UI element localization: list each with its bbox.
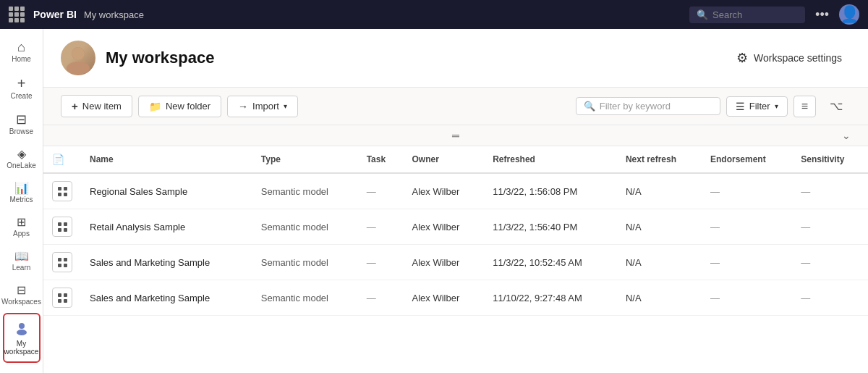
create-icon: + (17, 76, 26, 91)
sidebar-label-learn: Learn (12, 264, 31, 272)
more-options-button[interactable]: ••• (811, 7, 833, 22)
table-row[interactable]: Sales and Marketing Sample Semantic mode… (43, 280, 868, 316)
row-name: Sales and Marketing Sample (81, 245, 252, 280)
row-owner: Alex Wilber (403, 245, 484, 280)
table-row[interactable]: Regional Sales Sample Semantic model — A… (43, 173, 868, 209)
sidebar-label-myworkspace: My workspace (4, 340, 39, 356)
table-row[interactable]: Retail Analysis Sample Semantic model — … (43, 209, 868, 245)
share-icon: ⌥ (830, 99, 843, 113)
sidebar-item-learn[interactable]: 📖 Learn (3, 245, 41, 277)
sidebar-item-browse[interactable]: ⊟ Browse (3, 107, 41, 141)
sidebar-item-workspaces[interactable]: ⊟ Workspaces (3, 279, 41, 311)
col-header-sensitivity[interactable]: Sensitivity (792, 146, 868, 173)
row-refreshed: 11/3/22, 1:56:40 PM (484, 209, 617, 245)
row-item-icon (52, 181, 72, 201)
row-next-refresh: N/A (617, 245, 702, 280)
row-icon-cell (43, 280, 81, 316)
row-type: Semantic model (252, 280, 358, 316)
filter-search-box[interactable]: 🔍 (576, 97, 720, 115)
row-type: Semantic model (252, 173, 358, 209)
table-header-row: 📄 Name Type Task Owner Refreshed Next re… (43, 146, 868, 173)
list-view-button[interactable]: ≡ (793, 96, 816, 117)
sidebar-item-apps[interactable]: ⊞ Apps (3, 211, 41, 243)
row-owner: Alex Wilber (403, 209, 484, 245)
learn-icon: 📖 (14, 251, 29, 262)
search-input[interactable] (712, 9, 798, 20)
apps-grid-icon[interactable] (9, 7, 25, 22)
sidebar-item-home[interactable]: ⌂ Home (3, 35, 41, 69)
row-type: Semantic model (252, 209, 358, 245)
filter-keyword-input[interactable] (600, 101, 712, 112)
sidebar-item-metrics[interactable]: 📊 Metrics (3, 177, 41, 209)
collapse-bar[interactable]: ═ ⌄ (43, 125, 868, 146)
svg-point-4 (72, 47, 85, 60)
col-header-refreshed[interactable]: Refreshed (484, 146, 617, 173)
table-body: Regional Sales Sample Semantic model — A… (43, 173, 868, 316)
user-avatar[interactable]: 👤 (839, 4, 859, 25)
new-item-button[interactable]: + New item (61, 95, 132, 117)
workspace-nav-label: My workspace (84, 9, 144, 20)
top-nav: Power BI My workspace 🔍 ••• 👤 (0, 0, 868, 29)
col-header-name[interactable]: Name (81, 146, 252, 173)
sidebar-item-myworkspace[interactable]: My workspace (3, 313, 41, 363)
import-chevron-icon: ▾ (284, 102, 287, 110)
home-icon: ⌂ (17, 41, 25, 54)
row-item-icon (52, 217, 72, 237)
row-endorsement: — (702, 245, 792, 280)
toolbar: + New item 📁 New folder → Import ▾ 🔍 ☰ F… (43, 88, 868, 125)
row-refreshed: 11/3/22, 10:52:45 AM (484, 245, 617, 280)
col-header-next-refresh[interactable]: Next refresh (617, 146, 702, 173)
workspaces-icon: ⊟ (17, 285, 26, 296)
row-task: — (358, 245, 404, 280)
row-sensitivity: — (792, 245, 868, 280)
sidebar-label-metrics: Metrics (9, 196, 33, 204)
row-next-refresh: N/A (617, 209, 702, 245)
row-owner: Alex Wilber (403, 280, 484, 316)
row-item-icon (52, 252, 72, 272)
sidebar: ⌂ Home + Create ⊟ Browse ◈ OneLake 📊 Met… (0, 29, 43, 373)
browse-icon: ⊟ (16, 113, 27, 126)
sidebar-label-create: Create (10, 92, 32, 100)
row-owner: Alex Wilber (403, 173, 484, 209)
row-sensitivity: — (792, 209, 868, 245)
items-table: 📄 Name Type Task Owner Refreshed Next re… (43, 146, 868, 316)
row-endorsement: — (702, 280, 792, 316)
svg-point-0 (19, 323, 25, 329)
svg-point-1 (17, 330, 27, 335)
row-sensitivity: — (792, 173, 868, 209)
row-endorsement: — (702, 209, 792, 245)
brand-label: Power BI (33, 9, 77, 20)
new-folder-label: New folder (166, 101, 210, 112)
folder-icon: 📁 (149, 101, 161, 112)
filter-button[interactable]: ☰ Filter ▾ (726, 96, 788, 117)
row-endorsement: — (702, 173, 792, 209)
import-arrow-icon: → (238, 101, 248, 112)
col-header-endorsement[interactable]: Endorsement (702, 146, 792, 173)
new-item-label: New item (82, 101, 122, 112)
global-search[interactable]: 🔍 (689, 7, 805, 23)
sidebar-item-create[interactable]: + Create (3, 70, 41, 106)
new-folder-button[interactable]: 📁 New folder (138, 96, 221, 117)
workspace-settings-button[interactable]: ⚙ Workspace settings (728, 46, 851, 70)
row-name: Sales and Marketing Sample (81, 280, 252, 316)
svg-point-3 (67, 62, 90, 75)
row-type: Semantic model (252, 245, 358, 280)
row-name: Regional Sales Sample (81, 173, 252, 209)
workspace-title: My workspace (106, 49, 214, 67)
sidebar-label-apps: Apps (13, 230, 30, 238)
myworkspace-icon (14, 320, 30, 338)
sidebar-item-onelake[interactable]: ◈ OneLake (3, 143, 41, 175)
drag-handle-icon: ═ (452, 130, 459, 141)
share-view-button[interactable]: ⌥ (822, 95, 851, 117)
filter-chevron-icon: ▾ (775, 102, 778, 110)
col-header-owner[interactable]: Owner (403, 146, 484, 173)
col-header-type[interactable]: Type (252, 146, 358, 173)
sidebar-label-browse: Browse (9, 127, 33, 135)
col-header-task[interactable]: Task (358, 146, 404, 173)
settings-gear-icon: ⚙ (736, 50, 748, 66)
import-label: Import (252, 101, 279, 112)
table-row[interactable]: Sales and Marketing Sample Semantic mode… (43, 245, 868, 280)
import-button[interactable]: → Import ▾ (227, 96, 298, 117)
plus-icon: + (72, 100, 78, 112)
row-refreshed: 11/3/22, 1:56:08 PM (484, 173, 617, 209)
